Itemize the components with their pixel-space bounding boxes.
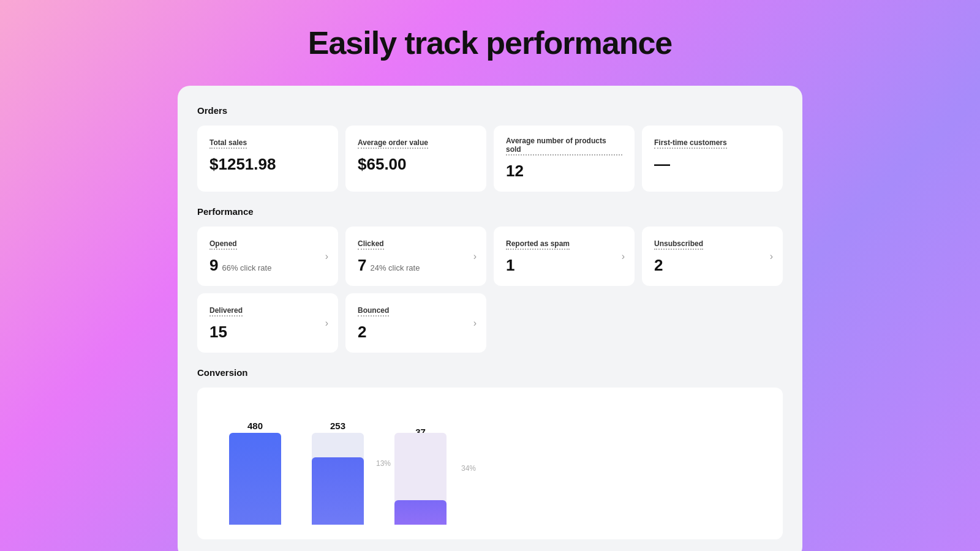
- conversion-chart: 480 253 13% 37: [197, 388, 783, 539]
- avg-products-sold-label: Average number of products sold: [506, 137, 622, 156]
- first-time-customers-label: First-time customers: [654, 138, 727, 149]
- total-sales-label: Total sales: [209, 138, 247, 149]
- unsubscribed-label: Unsubscribed: [654, 239, 703, 250]
- avg-products-sold-card: Average number of products sold 12: [494, 126, 635, 192]
- first-time-customers-card: First-time customers —: [642, 126, 783, 192]
- opened-value-row: 9 66% click rate: [209, 256, 326, 275]
- clicked-value: 7: [358, 256, 366, 275]
- unsubscribed-chevron-icon: ›: [770, 251, 773, 262]
- bounced-card[interactable]: Bounced 2 ›: [345, 293, 486, 353]
- bar2-percent: 13%: [376, 459, 391, 468]
- opened-card[interactable]: Opened 9 66% click rate ›: [197, 227, 338, 286]
- avg-order-value-card: Average order value $65.00: [345, 126, 486, 192]
- performance-bottom-grid: Delivered 15 › Bounced 2 ›: [197, 293, 783, 353]
- clicked-label: Clicked: [358, 239, 384, 250]
- bounced-label: Bounced: [358, 306, 389, 317]
- orders-section-label: Orders: [197, 105, 783, 116]
- empty-slot-2: [642, 293, 783, 353]
- page-container: Easily track performance Orders Total sa…: [0, 0, 980, 551]
- performance-top-grid: Opened 9 66% click rate › Clicked 7 24% …: [197, 227, 783, 286]
- reported-spam-value: 1: [506, 256, 622, 275]
- delivered-card[interactable]: Delivered 15 ›: [197, 293, 338, 353]
- bar2: [312, 457, 364, 525]
- bar2-label: 253: [330, 421, 345, 431]
- delivered-value: 15: [209, 323, 326, 342]
- clicked-value-row: 7 24% click rate: [358, 256, 474, 275]
- reported-spam-card[interactable]: Reported as spam 1 ›: [494, 227, 635, 286]
- orders-cards-grid: Total sales $1251.98 Average order value…: [197, 126, 783, 192]
- unsubscribed-card[interactable]: Unsubscribed 2 ›: [642, 227, 783, 286]
- opened-value: 9: [209, 256, 218, 275]
- clicked-sub: 24% click rate: [370, 263, 420, 272]
- clicked-chevron-icon: ›: [473, 251, 477, 262]
- bar1-label: 480: [247, 421, 263, 431]
- bounced-chevron-icon: ›: [473, 318, 477, 329]
- bar1: [229, 433, 281, 525]
- conversion-section-label: Conversion: [197, 367, 783, 378]
- bar3: [394, 500, 447, 525]
- reported-spam-chevron-icon: ›: [622, 251, 625, 262]
- delivered-chevron-icon: ›: [325, 318, 328, 329]
- empty-slot-1: [494, 293, 635, 353]
- dashboard: Orders Total sales $1251.98 Average orde…: [178, 86, 802, 551]
- total-sales-value: $1251.98: [209, 155, 326, 174]
- clicked-card[interactable]: Clicked 7 24% click rate ›: [345, 227, 486, 286]
- avg-order-value-label: Average order value: [358, 138, 428, 149]
- avg-products-sold-value: 12: [506, 162, 622, 181]
- reported-spam-label: Reported as spam: [506, 239, 570, 250]
- bar3-percent: 34%: [461, 464, 476, 473]
- opened-label: Opened: [209, 239, 237, 250]
- performance-section-label: Performance: [197, 206, 783, 217]
- opened-chevron-icon: ›: [325, 251, 328, 262]
- page-title: Easily track performance: [308, 24, 673, 61]
- opened-sub: 66% click rate: [222, 263, 271, 272]
- avg-order-value-value: $65.00: [358, 155, 474, 174]
- bounced-value: 2: [358, 323, 474, 342]
- unsubscribed-value: 2: [654, 256, 771, 275]
- delivered-label: Delivered: [209, 306, 243, 317]
- first-time-customers-value: —: [654, 155, 771, 174]
- total-sales-card: Total sales $1251.98: [197, 126, 338, 192]
